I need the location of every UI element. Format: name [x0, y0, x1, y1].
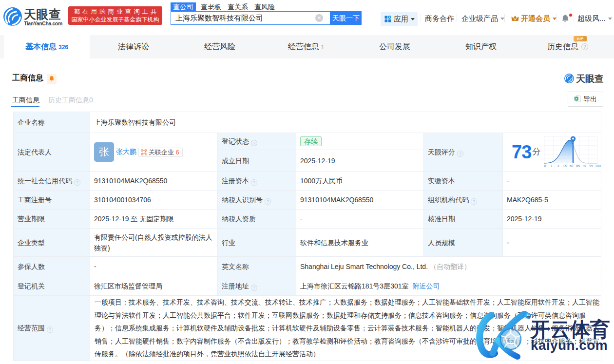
svg-text:100: 100 — [595, 164, 601, 168]
svg-text:50: 50 — [570, 164, 574, 168]
svg-text:85: 85 — [576, 164, 580, 168]
svg-text:99: 99 — [590, 164, 594, 168]
svg-text:kaiyun.com: kaiyun.com — [531, 338, 608, 353]
svg-text:0: 0 — [544, 164, 546, 168]
svg-text:1: 1 — [551, 164, 553, 168]
svg-text:97: 97 — [583, 164, 587, 168]
svg-text:3: 3 — [557, 164, 559, 168]
svg-text:15: 15 — [563, 164, 567, 168]
